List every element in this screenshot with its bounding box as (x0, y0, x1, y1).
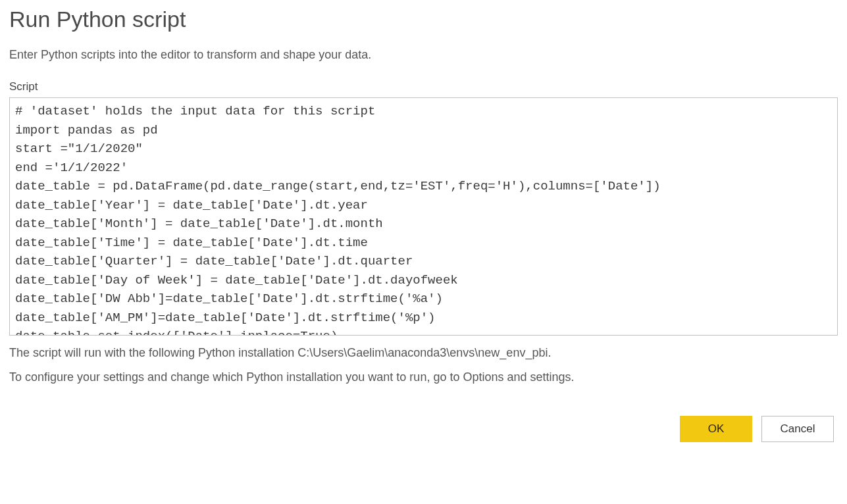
dialog-button-row: OK Cancel (9, 416, 838, 442)
script-editor-wrapper (9, 97, 838, 336)
python-install-info: The script will run with the following P… (9, 343, 838, 363)
script-editor[interactable] (10, 98, 837, 335)
dialog-subtitle: Enter Python scripts into the editor to … (9, 48, 838, 62)
script-field-label: Script (9, 80, 838, 93)
ok-button[interactable]: OK (680, 416, 752, 442)
cancel-button[interactable]: Cancel (761, 416, 834, 442)
run-python-script-dialog: Run Python script Enter Python scripts i… (9, 7, 838, 442)
dialog-title: Run Python script (9, 7, 838, 32)
configure-info: To configure your settings and change wh… (9, 368, 838, 387)
